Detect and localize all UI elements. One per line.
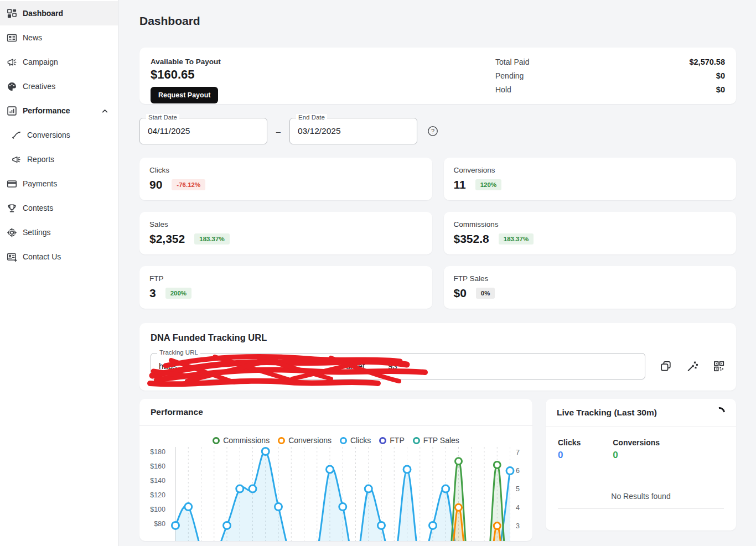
stat-value: 11 (454, 178, 466, 191)
svg-text:4: 4 (516, 504, 520, 512)
sidebar-item-campaign[interactable]: Campaign (0, 50, 118, 74)
sidebar-item-payments[interactable]: Payments (0, 171, 118, 196)
bar-chart-icon (6, 105, 17, 116)
stat-label: Conversions (454, 166, 727, 174)
performance-title: Performance (151, 407, 203, 417)
end-date-input[interactable] (290, 126, 417, 136)
live-divider (558, 508, 724, 531)
legend-dot (213, 437, 220, 444)
sidebar-item-label: Settings (23, 228, 51, 237)
live-metrics: Clicks 0 Conversions 0 (558, 438, 724, 461)
trophy-icon (6, 202, 17, 214)
live-clicks-metric: Clicks 0 (558, 438, 581, 461)
question-mark-icon: ? (427, 125, 439, 137)
report-megaphone-icon (11, 154, 22, 165)
live-tracking-card: Live Tracking (Last 30m) Clicks 0 Conver… (546, 399, 736, 531)
url-fragment-mid: arget (346, 361, 365, 371)
live-clicks-label: Clicks (558, 438, 581, 447)
pending-label: Pending (495, 71, 524, 80)
sidebar-item-settings[interactable]: Settings (0, 220, 118, 245)
chart-legend: Commissions Conversions Clicks FTP FTP S… (139, 436, 532, 445)
stat-label: Commissions (454, 220, 727, 228)
palette-icon (6, 81, 17, 92)
newspaper-icon (6, 32, 17, 43)
performance-chart-svg: $180$160$140$120$100$8076543 (139, 447, 532, 541)
legend-item-ftp[interactable]: FTP (379, 436, 404, 445)
svg-text:$140: $140 (150, 477, 165, 485)
magic-wand-button[interactable] (686, 360, 698, 372)
legend-item-conversions[interactable]: Conversions (278, 436, 332, 445)
svg-text:$100: $100 (150, 506, 165, 513)
date-help-button[interactable]: ? (427, 125, 439, 137)
sidebar-item-label: Performance (23, 106, 70, 115)
svg-text:6: 6 (516, 467, 520, 475)
stat-card-sales: Sales $2,352183.37% (139, 212, 432, 254)
stat-change-badge: 0% (476, 288, 495, 299)
stat-change-badge: 200% (165, 288, 191, 299)
total-paid-row: Total Paid $2,570.58 (495, 58, 725, 66)
stat-card-commissions: Commissions $352.8183.37% (444, 212, 737, 254)
stats-grid: Clicks 90-76.12% Conversions 11120% Sale… (139, 158, 736, 309)
sidebar-item-reports[interactable]: Reports (0, 147, 118, 171)
chevron-up-icon (99, 105, 110, 116)
url-fragment-start: https (159, 361, 177, 371)
tracking-url-title: DNA Funded Tracking URL (151, 332, 725, 343)
svg-text:$160: $160 (150, 462, 165, 470)
start-date-input[interactable] (140, 126, 267, 136)
available-to-payout-label: Available To Payout (151, 58, 221, 66)
legend-item-clicks[interactable]: Clicks (340, 436, 371, 445)
legend-item-commissions[interactable]: Commissions (213, 436, 270, 445)
performance-card: Performance Commissions Conversions Clic… (139, 399, 532, 541)
stat-change-badge: 183.37% (499, 233, 534, 245)
live-conversions-label: Conversions (613, 438, 660, 447)
qr-code-button[interactable] (713, 360, 725, 372)
sidebar-item-performance[interactable]: Performance (0, 98, 118, 123)
main-content: Dashboard Available To Payout $160.65 Re… (118, 0, 756, 546)
sidebar-item-label: Payments (23, 179, 57, 188)
sidebar-item-label: Contests (23, 204, 53, 212)
end-date-label: End Date (296, 114, 327, 121)
copy-button[interactable] (660, 360, 672, 372)
stat-label: FTP (149, 274, 422, 283)
legend-item-ftp-sales[interactable]: FTP Sales (413, 436, 459, 445)
sidebar-item-creatives[interactable]: Creatives (0, 74, 118, 98)
pending-row: Pending $0 (495, 71, 725, 80)
sidebar-item-label: Reports (27, 155, 54, 164)
sidebar-item-news[interactable]: News (0, 25, 118, 50)
stat-label: Sales (149, 220, 422, 228)
tracking-url-card: DNA Funded Tracking URL Tracking URL htt… (139, 323, 736, 391)
stat-card-ftp: FTP 3200% (139, 266, 432, 309)
request-payout-button[interactable]: Request Payout (151, 87, 218, 103)
hold-label: Hold (495, 85, 511, 94)
stat-label: FTP Sales (454, 274, 727, 283)
legend-dot (379, 437, 386, 444)
date-range-separator: – (267, 127, 289, 136)
gear-icon (6, 227, 17, 238)
start-date-field: Start Date (139, 118, 267, 144)
date-filter: Start Date – End Date ? (139, 118, 736, 144)
sidebar-item-contests[interactable]: Contests (0, 196, 118, 220)
performance-card-header: Performance (139, 399, 532, 426)
qr-code-icon (713, 360, 725, 372)
page-title: Dashboard (139, 14, 736, 28)
live-tracking-header: Live Tracking (Last 30m) (546, 399, 736, 427)
total-paid-value: $2,570.58 (689, 58, 725, 66)
sidebar-item-contact-us[interactable]: Contact Us (0, 245, 118, 269)
total-paid-label: Total Paid (495, 58, 529, 66)
magic-wand-icon (686, 360, 698, 372)
url-actions (660, 360, 725, 372)
sidebar-item-dashboard[interactable]: Dashboard (0, 1, 118, 25)
contact-card-icon (6, 251, 17, 262)
sidebar-item-conversions[interactable]: Conversions (0, 123, 118, 147)
sidebar-item-label: Conversions (27, 131, 70, 139)
tracking-url-input[interactable]: Tracking URL https arget 93 (151, 353, 645, 379)
copy-icon (660, 360, 672, 372)
sidebar-item-label: Creatives (23, 82, 55, 91)
stat-change-badge: -76.12% (172, 179, 205, 190)
payout-card: Available To Payout $160.65 Request Payo… (139, 48, 736, 104)
stat-value: $0 (454, 287, 467, 300)
conversions-icon (11, 129, 22, 141)
sidebar-item-label: News (23, 33, 42, 42)
end-date-field: End Date (289, 118, 417, 144)
svg-text:5: 5 (516, 485, 520, 493)
